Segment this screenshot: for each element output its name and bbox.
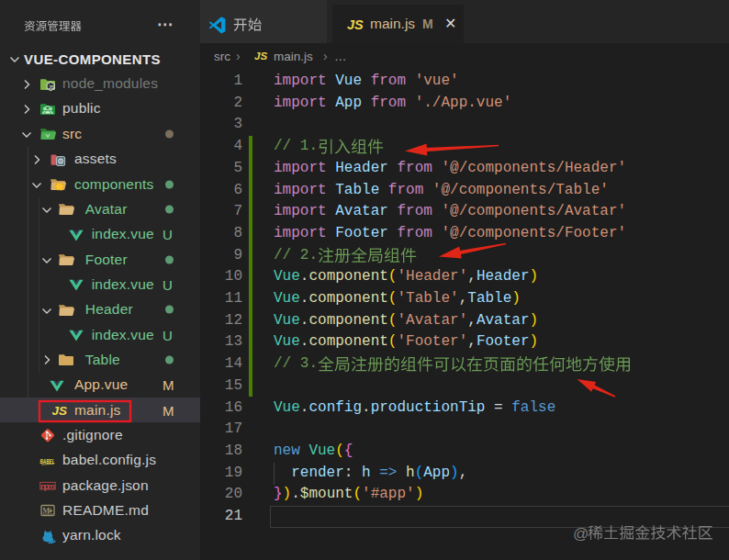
svg-text:M: M [42,506,50,515]
svg-text:JS: JS [49,84,55,89]
svg-text:BABEL: BABEL [40,457,55,464]
